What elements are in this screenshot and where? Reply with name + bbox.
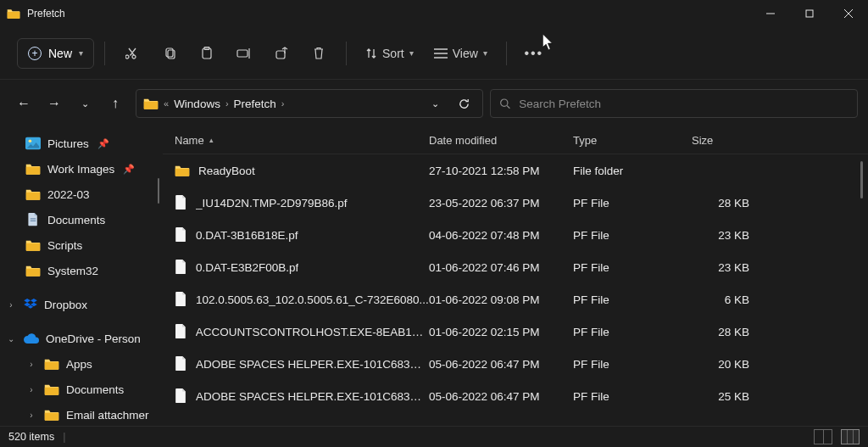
- share-button[interactable]: [264, 38, 298, 69]
- chevron-right-icon: ›: [225, 98, 229, 109]
- file-name: ADOBE SPACES HELPER.EXE-101C683A.pf: [196, 358, 429, 371]
- search-input[interactable]: [519, 98, 849, 110]
- scissors-icon: [125, 47, 139, 60]
- file-date: 27-10-2021 12:58 PM: [429, 165, 573, 177]
- recent-button[interactable]: ⌄: [71, 90, 98, 117]
- more-button[interactable]: •••: [517, 38, 551, 69]
- list-icon: [434, 48, 448, 59]
- up-button[interactable]: ↑: [102, 90, 129, 117]
- file-row[interactable]: 0.DAT-E3B2F00B.pf 01-06-2022 07:46 PM PF…: [163, 251, 868, 283]
- main-scrollbar[interactable]: [860, 161, 863, 198]
- rename-button[interactable]: [227, 38, 261, 69]
- search-box[interactable]: [490, 89, 858, 118]
- delete-button[interactable]: [302, 38, 336, 69]
- sidebar-item-dropbox[interactable]: › Dropbox: [0, 292, 163, 317]
- file-icon: [175, 195, 187, 210]
- sidebar: Pictures📌Work Images📌2022-03DocumentsScr…: [0, 127, 163, 426]
- folder-icon: [25, 264, 41, 277]
- sort-label: Sort: [382, 47, 404, 60]
- sidebar-scrollbar[interactable]: [158, 178, 159, 204]
- column-date[interactable]: Date modified: [429, 134, 573, 147]
- file-size: 23 KB: [692, 229, 766, 242]
- forward-button[interactable]: →: [41, 90, 68, 117]
- file-date: 05-06-2022 06:47 PM: [429, 390, 573, 403]
- sort-icon: [365, 47, 377, 59]
- refresh-button[interactable]: [452, 92, 476, 115]
- back-button[interactable]: ←: [10, 90, 37, 117]
- file-pane: Name Date modified Type Size ReadyBoot 2…: [163, 127, 868, 426]
- folder-icon: [44, 408, 59, 422]
- file-name: ACCOUNTSCONTROLHOST.EXE-8EAB1F0...: [196, 326, 429, 338]
- svg-point-18: [501, 99, 508, 106]
- sidebar-item[interactable]: 2022-03: [0, 182, 163, 207]
- folder-icon: [175, 164, 190, 177]
- chevron-right-icon: ›: [281, 98, 285, 109]
- body: Pictures📌Work Images📌2022-03DocumentsScr…: [0, 127, 868, 426]
- sidebar-item-label: Work Images: [47, 163, 114, 176]
- breadcrumb-prefetch[interactable]: Prefetch: [234, 98, 276, 110]
- sort-button[interactable]: Sort ▾: [357, 38, 422, 69]
- share-icon: [275, 47, 288, 60]
- file-row[interactable]: ADOBE SPACES HELPER.EXE-101C683A.pf 05-0…: [163, 348, 868, 380]
- chevron-right-icon: ›: [25, 360, 37, 369]
- sidebar-item[interactable]: Documents: [0, 207, 163, 232]
- new-label: New: [48, 47, 72, 60]
- plus-icon: +: [28, 47, 42, 60]
- folder-icon: [25, 187, 41, 201]
- chevron-down-icon: ⌄: [5, 334, 17, 344]
- file-date: 01-06-2022 09:08 PM: [429, 293, 573, 306]
- file-date: 04-06-2022 07:48 PM: [429, 229, 573, 242]
- sidebar-item-label: OneDrive - Person: [46, 332, 141, 345]
- address-bar[interactable]: « Windows › Prefetch › ⌄: [136, 89, 483, 118]
- folder-icon: [25, 162, 41, 176]
- chevron-down-icon: ▾: [79, 48, 83, 58]
- picture-icon: [25, 137, 41, 150]
- file-row[interactable]: ACCOUNTSCONTROLHOST.EXE-8EAB1F0... 01-06…: [163, 316, 868, 348]
- file-icon: [175, 388, 187, 404]
- sidebar-item[interactable]: ›Documents: [0, 377, 163, 402]
- sidebar-item[interactable]: ›Email attachmer: [0, 402, 163, 426]
- sidebar-item[interactable]: Scripts: [0, 232, 163, 258]
- search-icon: [499, 98, 510, 109]
- nav-row: ← → ⌄ ↑ « Windows › Prefetch › ⌄: [0, 80, 868, 127]
- sidebar-item-label: Email attachmer: [66, 409, 149, 422]
- file-size: 23 KB: [692, 261, 766, 274]
- file-row[interactable]: 102.0.5005.63_102.0.5005.61_C-732E6080..…: [163, 283, 868, 316]
- column-size[interactable]: Size: [692, 134, 766, 147]
- address-dropdown-button[interactable]: ⌄: [423, 92, 447, 115]
- sidebar-item[interactable]: Work Images📌: [0, 156, 163, 182]
- folder-icon: [25, 238, 41, 252]
- paste-button[interactable]: [190, 38, 224, 69]
- file-size: 20 KB: [692, 358, 766, 371]
- file-type: PF File: [573, 261, 692, 274]
- file-type: PF File: [573, 390, 692, 403]
- file-type: PF File: [573, 326, 692, 338]
- maximize-button[interactable]: [790, 0, 829, 27]
- trash-icon: [313, 47, 325, 60]
- copy-button[interactable]: [153, 38, 186, 69]
- thumbnails-view-button[interactable]: [814, 429, 832, 444]
- file-row[interactable]: ADOBE SPACES HELPER.EXE-101C683B.pf 05-0…: [163, 380, 868, 412]
- new-button[interactable]: + New ▾: [17, 38, 94, 69]
- sidebar-item[interactable]: ›Apps: [0, 351, 163, 377]
- file-icon: [175, 292, 187, 307]
- cloud-icon: [24, 333, 39, 344]
- file-row[interactable]: 0.DAT-3B16B18E.pf 04-06-2022 07:48 PM PF…: [163, 219, 868, 251]
- breadcrumb-windows[interactable]: Windows: [174, 98, 220, 110]
- sidebar-item-onedrive[interactable]: ⌄ OneDrive - Person: [0, 326, 163, 351]
- column-type[interactable]: Type: [573, 134, 692, 147]
- column-name[interactable]: Name: [175, 134, 429, 147]
- file-row[interactable]: ReadyBoot 27-10-2021 12:58 PM File folde…: [163, 154, 868, 187]
- minimize-button[interactable]: [751, 0, 790, 27]
- chevron-down-icon: ▾: [409, 48, 414, 58]
- details-view-button[interactable]: [841, 429, 860, 444]
- file-row[interactable]: _IU14D2N.TMP-2D979B86.pf 23-05-2022 06:3…: [163, 187, 868, 219]
- view-button[interactable]: View ▾: [426, 38, 496, 69]
- cut-button[interactable]: [115, 38, 149, 69]
- svg-line-19: [507, 105, 509, 108]
- sidebar-item[interactable]: Pictures📌: [0, 131, 163, 156]
- file-date: 23-05-2022 06:37 PM: [429, 197, 573, 210]
- close-button[interactable]: [829, 0, 868, 27]
- svg-rect-12: [237, 50, 248, 57]
- sidebar-item[interactable]: System32: [0, 258, 163, 283]
